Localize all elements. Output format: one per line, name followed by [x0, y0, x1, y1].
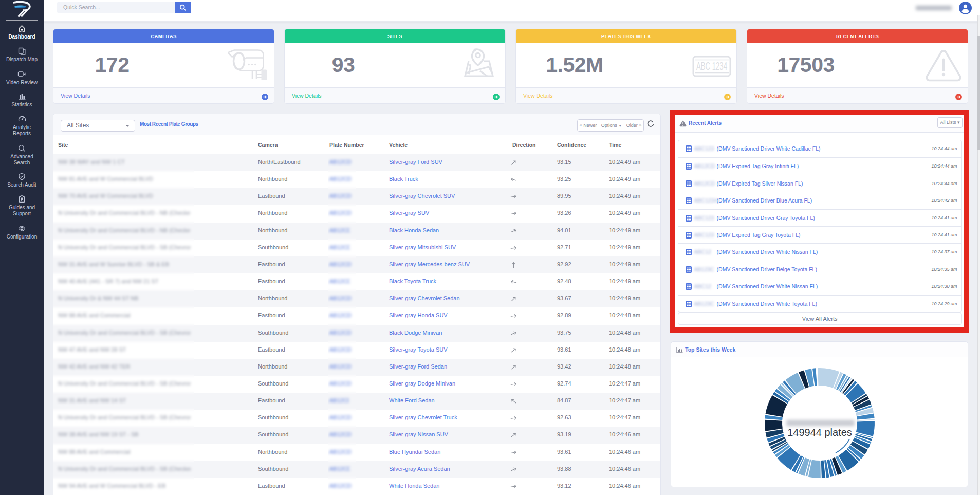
- svg-text:ABC 1234: ABC 1234: [696, 60, 727, 72]
